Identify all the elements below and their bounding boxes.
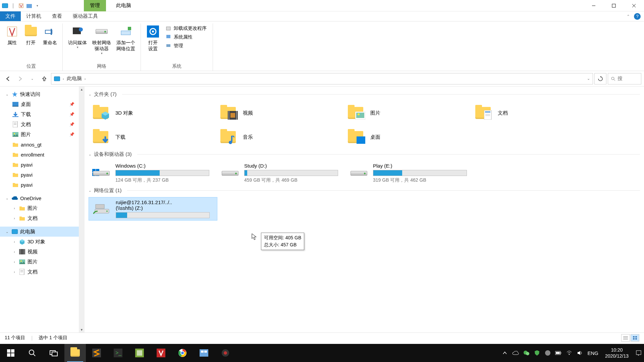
manage-context-tab[interactable]: 管理	[84, 0, 106, 11]
expand-icon[interactable]: ›	[12, 250, 17, 254]
tray-wechat-icon[interactable]	[523, 350, 530, 356]
tray-expand-icon[interactable]	[501, 350, 508, 356]
drive-item[interactable]: Play (E:) 319 GB 可用，共 462 GB	[346, 161, 475, 185]
expand-icon[interactable]: ›	[12, 240, 17, 244]
sidebar-quick-access[interactable]: ⌄快速访问	[0, 89, 85, 99]
search-button[interactable]	[21, 344, 43, 362]
recent-dropdown[interactable]: ⌄	[27, 73, 38, 84]
qat-folder-icon[interactable]	[26, 3, 32, 9]
folder-item[interactable]: 图片	[343, 101, 471, 125]
tray-shield-icon[interactable]	[534, 350, 540, 356]
tab-computer[interactable]: 计算机	[21, 11, 47, 21]
tray-language[interactable]: ENG	[587, 350, 598, 356]
drive-item[interactable]: Study (D:) 459 GB 可用，共 469 GB	[217, 161, 346, 185]
open-settings-button[interactable]: 打开 设置	[144, 23, 162, 63]
tray-notification-icon[interactable]	[635, 350, 642, 356]
tray-battery-icon[interactable]	[555, 350, 562, 356]
rename-button[interactable]: 重命名	[40, 23, 60, 63]
section-folders[interactable]: ⌄文件夹 (7)	[89, 91, 640, 98]
sidebar-item[interactable]: 图片 📌	[0, 129, 85, 139]
expand-icon[interactable]: ⌄	[5, 93, 9, 96]
tab-view[interactable]: 查看	[47, 11, 67, 21]
map-network-button[interactable]: 映射网络 驱动器 ▾	[90, 23, 114, 63]
section-drives[interactable]: ⌄设备和驱动器 (3)	[89, 151, 640, 158]
search-input[interactable]: 搜	[608, 73, 641, 84]
sidebar-item[interactable]: › 文档	[0, 267, 85, 277]
back-button[interactable]	[3, 73, 13, 84]
sidebar-item[interactable]: 文档 📌	[0, 119, 85, 129]
close-button[interactable]	[624, 0, 644, 11]
tray-onedrive-icon[interactable]	[512, 350, 519, 356]
details-view-button[interactable]	[621, 334, 630, 342]
sidebar-this-pc[interactable]: ⌄此电脑	[0, 227, 85, 237]
start-button[interactable]	[0, 344, 21, 362]
section-network[interactable]: ⌄网络位置 (1)	[89, 187, 640, 194]
network-drive-item[interactable]: ruijie@172.16.31.217/../..(\\sshfs) (Z:)	[89, 197, 217, 221]
sidebar-item[interactable]: › 文档	[0, 213, 85, 223]
open-button[interactable]: 打开	[21, 23, 40, 63]
taskbar-pdf[interactable]	[150, 344, 172, 362]
folder-item[interactable]: 视频	[216, 101, 343, 125]
taskbar-app-blue[interactable]	[193, 344, 215, 362]
sidebar-item[interactable]: › 视频	[0, 247, 85, 257]
taskbar-chrome[interactable]	[172, 344, 193, 362]
minimize-button[interactable]	[584, 0, 604, 11]
taskbar-sublime[interactable]	[86, 344, 107, 362]
maximize-button[interactable]	[604, 0, 624, 11]
expand-icon[interactable]: ⌄	[5, 230, 9, 234]
taskbar-terminal[interactable]: >_	[107, 344, 129, 362]
expand-icon[interactable]: ›	[12, 260, 17, 264]
folder-item[interactable]: 桌面	[343, 125, 471, 149]
tray-volume-icon[interactable]	[577, 350, 583, 356]
tray-globe-icon[interactable]	[544, 350, 551, 356]
manage-button[interactable]: 管理	[164, 42, 209, 50]
sidebar-item[interactable]: 桌面 📌	[0, 99, 85, 109]
tray-wifi-icon[interactable]	[566, 350, 573, 356]
address-dropdown-icon[interactable]: ⌄	[587, 76, 590, 81]
sidebar-onedrive[interactable]: ⌄OneDrive	[0, 193, 85, 203]
taskbar-app-green[interactable]	[129, 344, 150, 362]
sidebar-item[interactable]: pyavi	[0, 170, 85, 180]
sidebar-item[interactable]: enrollment	[0, 149, 85, 160]
tiles-view-button[interactable]	[631, 334, 639, 342]
forward-button[interactable]	[15, 73, 25, 84]
sidebar-item[interactable]: pyavi	[0, 160, 85, 170]
sidebar-item[interactable]: 下载 📌	[0, 109, 85, 119]
expand-icon[interactable]: ›	[12, 270, 17, 274]
task-view-button[interactable]	[43, 344, 64, 362]
folder-item[interactable]: 音乐	[216, 125, 343, 149]
expand-icon[interactable]: ⌄	[5, 196, 9, 200]
properties-icon[interactable]	[18, 3, 24, 9]
breadcrumb-this-pc[interactable]: 此电脑	[67, 75, 82, 82]
folder-item[interactable]: 下载	[89, 125, 216, 149]
sidebar-scrollbar[interactable]: ▲ ▼	[79, 86, 85, 333]
add-network-button[interactable]: 添加一个 网络位置	[114, 23, 138, 63]
collapse-ribbon-icon[interactable]: ⌃	[627, 14, 630, 19]
scroll-down-icon[interactable]: ▼	[79, 327, 85, 333]
breadcrumb[interactable]: › 此电脑 › ⌄	[51, 73, 593, 84]
tray-clock[interactable]: 10:202020/12/13	[602, 347, 631, 359]
refresh-button[interactable]	[594, 73, 606, 84]
help-icon[interactable]: ?	[634, 13, 641, 20]
up-button[interactable]	[39, 73, 50, 84]
tab-drive-tools[interactable]: 驱动器工具	[67, 11, 103, 21]
uninstall-button[interactable]: 卸载或更改程序	[164, 25, 209, 32]
taskbar-record[interactable]	[215, 344, 236, 362]
sidebar-item[interactable]: annos_gt	[0, 139, 85, 149]
folder-item[interactable]: 文档	[471, 101, 598, 125]
taskbar-explorer[interactable]	[64, 344, 86, 362]
scroll-up-icon[interactable]: ▲	[79, 86, 85, 92]
properties-button[interactable]: 属性	[3, 23, 21, 63]
expand-icon[interactable]: ›	[12, 217, 17, 220]
sidebar-item[interactable]: › 3D 对象	[0, 237, 85, 247]
sidebar-item[interactable]: pyavi	[0, 180, 85, 190]
access-media-button[interactable]: 访问媒体 ▾	[65, 23, 90, 63]
sidebar-item[interactable]: › 图片	[0, 203, 85, 213]
sidebar-item[interactable]: › 图片	[0, 257, 85, 267]
folder-item[interactable]: 3D 对象	[89, 101, 216, 125]
expand-icon[interactable]: ›	[12, 206, 17, 210]
qat-dropdown-icon[interactable]: ▾	[34, 3, 40, 9]
drive-item[interactable]: Windows (C:) 124 GB 可用，共 237 GB	[89, 161, 217, 185]
tab-file[interactable]: 文件	[0, 11, 21, 21]
system-props-button[interactable]: 系统属性	[164, 34, 209, 41]
